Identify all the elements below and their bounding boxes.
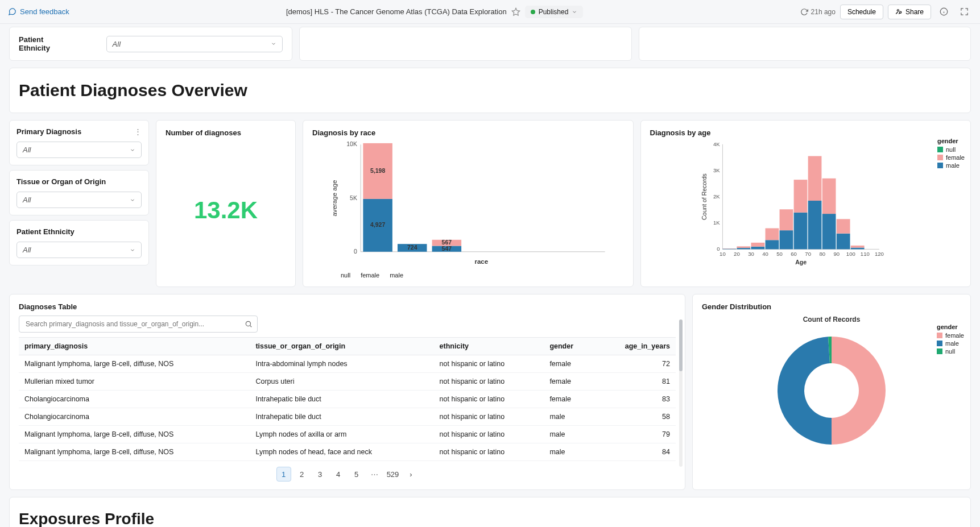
section-title: Patient Diagnoses Overview xyxy=(19,81,961,100)
chart-race-card: Diagnosis by race 05K10K4,9275,198724547… xyxy=(303,120,634,287)
svg-text:4,927: 4,927 xyxy=(370,222,385,228)
svg-text:5K: 5K xyxy=(350,195,357,201)
table-cell: Cholangiocarcinoma xyxy=(19,391,250,408)
table-cell: Lymph nodes of axilla or arm xyxy=(250,426,433,443)
donut-subtitle: Count of Records xyxy=(702,316,961,323)
gender-legend: gender female male null xyxy=(937,323,964,356)
table-search-input[interactable] xyxy=(24,318,245,330)
fullscreen-button[interactable] xyxy=(956,4,972,20)
table-cell: Malignant lymphoma, large B-cell, diffus… xyxy=(19,443,250,461)
table-cell: female xyxy=(544,391,594,408)
table-cell: not hispanic or latino xyxy=(434,408,544,426)
table-cell: not hispanic or latino xyxy=(434,443,544,461)
empty-card-2 xyxy=(639,27,971,61)
svg-rect-47 xyxy=(836,219,850,233)
metric-title: Number of diagnoses xyxy=(166,128,286,137)
notebook-title[interactable]: [demos] HLS - The Cancer Genome Atlas (T… xyxy=(286,7,507,16)
table-row[interactable]: Malignant lymphoma, large B-cell, diffus… xyxy=(19,426,676,443)
svg-text:1K: 1K xyxy=(713,219,720,226)
tissue-filter-card: Tissue or Organ of Origin All xyxy=(9,170,149,215)
page-next-button[interactable]: › xyxy=(404,467,419,482)
share-icon xyxy=(895,8,903,15)
share-button[interactable]: Share xyxy=(888,5,931,19)
table-row[interactable]: Malignant lymphoma, large B-cell, diffus… xyxy=(19,355,676,373)
tissue-select[interactable]: All xyxy=(16,192,142,208)
table-row[interactable]: Mullerian mixed tumorCorpus uterinot his… xyxy=(19,373,676,391)
table-cell: Corpus uteri xyxy=(250,373,433,391)
scrollbar[interactable] xyxy=(679,319,683,467)
svg-rect-34 xyxy=(751,247,764,250)
table-cell: not hispanic or latino xyxy=(434,373,544,391)
table-cell: Malignant lymphoma, large B-cell, diffus… xyxy=(19,426,250,443)
svg-text:547: 547 xyxy=(442,246,452,252)
chart-race-svg[interactable]: 05K10K4,9275,198724547567average agerace xyxy=(312,142,624,267)
table-header[interactable]: age_in_years xyxy=(594,338,676,355)
table-header[interactable]: ethnicity xyxy=(434,338,544,355)
star-icon[interactable] xyxy=(511,7,520,16)
gender-donut-svg[interactable] xyxy=(766,323,897,454)
table-cell: Intrahepatic bile duct xyxy=(250,408,433,426)
table-cell: not hispanic or latino xyxy=(434,426,544,443)
svg-text:race: race xyxy=(474,258,488,265)
chart-age-card: Diagnosis by age 01K2K3K4K10203040506070… xyxy=(640,120,971,287)
chart-race-title: Diagnosis by race xyxy=(312,128,624,137)
table-search-box[interactable] xyxy=(19,316,258,333)
primary-diagnosis-select[interactable]: All xyxy=(16,142,142,158)
svg-text:724: 724 xyxy=(407,244,417,251)
table-header[interactable]: primary_diagnosis xyxy=(19,338,250,355)
svg-text:110: 110 xyxy=(860,251,869,257)
table-row[interactable]: CholangiocarcinomaIntrahepatic bile duct… xyxy=(19,391,676,408)
svg-rect-32 xyxy=(737,248,750,249)
page-button[interactable]: 3 xyxy=(313,467,328,482)
refresh-icon xyxy=(800,8,808,16)
info-button[interactable] xyxy=(936,4,952,20)
svg-rect-33 xyxy=(737,246,750,248)
primary-diagnosis-label: Primary Diagnosis xyxy=(16,127,142,136)
svg-rect-36 xyxy=(765,240,779,249)
page-button[interactable]: 1 xyxy=(276,467,291,482)
chevron-down-icon xyxy=(130,197,135,203)
table-cell: 83 xyxy=(594,391,676,408)
table-header[interactable]: tissue_or_organ_of_origin xyxy=(250,338,433,355)
svg-rect-30 xyxy=(722,248,736,249)
svg-text:4K: 4K xyxy=(713,142,720,147)
kebab-menu-button[interactable]: ⋮ xyxy=(134,127,142,136)
schedule-button[interactable]: Schedule xyxy=(840,5,883,19)
svg-text:Count of Records: Count of Records xyxy=(700,173,707,220)
gender-card-title: Gender Distribution xyxy=(702,302,961,311)
svg-point-1 xyxy=(897,10,899,11)
search-icon xyxy=(245,320,253,328)
table-cell: 84 xyxy=(594,443,676,461)
svg-rect-49 xyxy=(850,246,864,248)
table-cell: 58 xyxy=(594,408,676,426)
metric-value: 13.2K xyxy=(166,142,286,279)
status-label: Published xyxy=(539,8,569,16)
table-header[interactable]: gender xyxy=(544,338,594,355)
metric-card: Number of diagnoses 13.2K xyxy=(156,120,296,287)
ethnicity-select[interactable]: All xyxy=(106,36,283,52)
ethnicity-side-filter-card: Patient Ethnicity All xyxy=(9,220,149,265)
ethnicity-filter-label: Patient Ethnicity xyxy=(19,35,75,52)
diagnoses-table: primary_diagnosis tissue_or_organ_of_ori… xyxy=(19,337,676,461)
table-row[interactable]: CholangiocarcinomaIntrahepatic bile duct… xyxy=(19,408,676,426)
svg-text:20: 20 xyxy=(734,251,740,257)
table-cell: not hispanic or latino xyxy=(434,355,544,373)
svg-text:5,198: 5,198 xyxy=(370,168,385,174)
page-button[interactable]: 5 xyxy=(349,467,364,482)
ethnicity-filter-card: Patient Ethnicity All xyxy=(9,27,292,61)
page-button[interactable]: 4 xyxy=(331,467,346,482)
page-button[interactable]: 2 xyxy=(295,467,309,482)
chevron-down-icon xyxy=(572,9,577,15)
svg-rect-46 xyxy=(836,234,850,250)
status-pill[interactable]: Published xyxy=(525,6,584,18)
table-row[interactable]: Malignant lymphoma, large B-cell, diffus… xyxy=(19,443,676,461)
svg-marker-0 xyxy=(512,8,519,15)
page-button[interactable]: 529 xyxy=(386,467,400,482)
ethnicity-side-select[interactable]: All xyxy=(16,242,142,258)
svg-rect-45 xyxy=(822,179,836,214)
send-feedback-link[interactable]: Send feedback xyxy=(8,7,69,16)
chart-age-svg[interactable]: 01K2K3K4K102030405060708090100110120Coun… xyxy=(650,142,962,267)
refresh-time[interactable]: 21h ago xyxy=(800,8,836,16)
section-title-card: Patient Diagnoses Overview xyxy=(9,68,971,113)
chart-age-title: Diagnosis by age xyxy=(650,128,962,137)
